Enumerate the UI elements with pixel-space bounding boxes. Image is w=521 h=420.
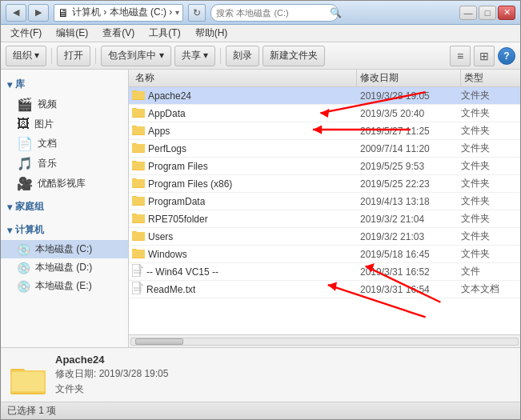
preview-bar: Apache24 修改日期: 2019/3/28 19:05 文件夹 [1,347,520,402]
file-type: 文件夹 [461,194,517,208]
search-icon: 🔍 [330,7,342,18]
file-name-text: AppData [148,108,186,119]
share-button[interactable]: 共享 ▾ [174,46,215,66]
file-date: 2019/3/2 21:04 [357,214,461,225]
content-area: 名称 修改日期 类型 Apache242019/3/28 19:05文件夹 Ap… [129,70,520,347]
svg-rect-11 [132,144,145,152]
table-row[interactable]: Apache242019/3/28 19:05文件夹 [129,87,520,105]
file-name-cell: -- Win64 VC15 -- [132,264,357,279]
drive-c-icon: 💿 [17,243,30,256]
include-button[interactable]: 包含到库中 ▾ [101,46,170,66]
file-date: 2019/5/18 16:45 [357,249,461,260]
file-icon [132,247,145,261]
burn-button[interactable]: 刻录 [226,46,259,66]
col-type[interactable]: 类型 [461,70,517,86]
sidebar-item-videos[interactable]: 🎬 视频 [1,94,128,114]
videos-icon: 🎬 [17,97,33,112]
search-bar[interactable]: 🔍 [210,4,339,22]
file-type: 文件夹 [461,89,517,102]
drive-e-label: 本地磁盘 (E:) [35,279,92,293]
h-scrollbar-thumb[interactable] [135,338,183,345]
file-type: 文件夹 [461,106,517,120]
menu-edit[interactable]: 编辑(E) [50,25,94,42]
file-date: 2009/7/14 11:20 [357,143,461,154]
sidebar-item-music[interactable]: 🎵 音乐 [1,154,128,174]
file-name-cell: Program Files (x86) [132,177,357,190]
file-name-text: Users [148,231,173,242]
sidebar-group-library: ▾ 库 🎬 视频 🖼 图片 📄 文档 🎵 音乐 [1,74,128,194]
file-icon [132,194,145,208]
file-type: 文件夹 [461,142,517,155]
col-name[interactable]: 名称 [132,70,357,86]
sidebar: ▾ 库 🎬 视频 🖼 图片 📄 文档 🎵 音乐 [1,70,129,347]
table-row[interactable]: Program Files2019/5/25 9:53文件夹 [129,158,520,175]
forward-button[interactable]: ▶ [28,4,49,22]
file-date: 2019/3/5 20:40 [357,108,461,119]
close-button[interactable]: ✕ [498,6,515,20]
horizontal-scrollbar[interactable] [129,334,520,347]
view-tiles-button[interactable]: ⊞ [474,46,495,66]
file-name-text: Program Files (x86) [148,178,232,190]
menu-tools[interactable]: 工具(T) [142,25,186,42]
table-row[interactable]: Program Files (x86)2019/5/25 22:23文件夹 [129,175,520,193]
table-row[interactable]: -- Win64 VC15 --2019/3/31 16:52文件 [129,263,520,281]
sidebar-group-computer: ▾ 计算机 💿 本地磁盘 (C:) 💿 本地磁盘 (D:) 💿 本地磁盘 (E:… [1,220,128,295]
sidebar-item-documents[interactable]: 📄 文档 [1,134,128,154]
file-date: 2019/5/25 9:53 [357,161,461,172]
search-input[interactable] [216,8,327,18]
youku-icon: 🎥 [17,176,33,191]
table-row[interactable]: ReadMe.txt2019/3/31 16:54文本文档 [129,281,520,298]
file-name-cell: Apps [132,124,357,138]
sidebar-item-drive-d[interactable]: 💿 本地磁盘 (D:) [1,258,128,277]
table-row[interactable]: RPE705folder2019/3/2 21:04文件夹 [129,210,520,228]
file-name-text: -- Win64 VC15 -- [146,266,218,278]
menu-view[interactable]: 查看(V) [96,25,141,42]
file-icon [132,142,145,155]
organize-button[interactable]: 组织 ▾ [6,46,46,66]
col-date[interactable]: 修改日期 [357,70,461,86]
toolbar-right: ≡ ⊞ ? [450,46,515,66]
file-date: 2019/5/27 11:25 [357,126,461,137]
sidebar-item-drive-c[interactable]: 💿 本地磁盘 (C:) [1,240,128,258]
status-text: 已选择 1 项 [7,404,56,418]
file-icon [132,89,145,102]
nav-buttons: ◀ ▶ [6,4,49,22]
address-bar[interactable]: 🖥 计算机 › 本地磁盘 (C:) › ▾ [54,4,183,22]
pictures-label: 图片 [34,118,54,131]
open-button[interactable]: 打开 [57,46,90,66]
file-date: 2019/5/25 22:23 [357,178,461,190]
file-name-text: PerfLogs [148,143,186,154]
file-icon [132,282,143,297]
refresh-button[interactable]: ↻ [188,4,206,22]
preview-detail-type: 文件夹 [55,382,168,396]
file-type: 文件夹 [461,212,517,226]
file-name-cell: AppData [132,106,357,120]
back-button[interactable]: ◀ [6,4,26,22]
menu-file[interactable]: 文件(F) [4,25,48,42]
sidebar-item-pictures[interactable]: 🖼 图片 [1,114,128,134]
table-row[interactable]: Windows2019/5/18 16:45文件夹 [129,246,520,263]
sidebar-group-computer-header[interactable]: ▾ 计算机 [1,220,128,240]
table-row[interactable]: ProgramData2019/4/13 13:18文件夹 [129,193,520,210]
window-controls: — □ ✕ [459,6,515,20]
new-folder-button[interactable]: 新建文件夹 [263,46,325,66]
minimize-button[interactable]: — [459,6,477,20]
table-row[interactable]: AppData2019/3/5 20:40文件夹 [129,105,520,122]
maximize-button[interactable]: □ [479,6,496,20]
file-name-cell: ProgramData [132,194,357,208]
sidebar-group-homegroup-header[interactable]: ▾ 家庭组 [1,197,128,217]
file-type: 文本文档 [461,282,517,296]
view-details-button[interactable]: ≡ [450,46,471,66]
file-name-cell: Apache24 [132,89,357,102]
help-button[interactable]: ? [498,47,515,65]
table-row[interactable]: Users2019/3/2 21:03文件夹 [129,228,520,246]
address-dropdown-icon[interactable]: ▾ [175,8,179,17]
sidebar-item-drive-e[interactable]: 💿 本地磁盘 (E:) [1,277,128,295]
table-row[interactable]: PerfLogs2009/7/14 11:20文件夹 [129,140,520,158]
h-scrollbar-track [130,338,519,346]
sidebar-item-youku[interactable]: 🎥 优酷影视库 [1,174,128,194]
menu-help[interactable]: 帮助(H) [189,25,234,42]
file-icon [132,212,145,226]
sidebar-group-library-header[interactable]: ▾ 库 [1,74,128,94]
table-row[interactable]: Apps2019/5/27 11:25文件夹 [129,122,520,140]
